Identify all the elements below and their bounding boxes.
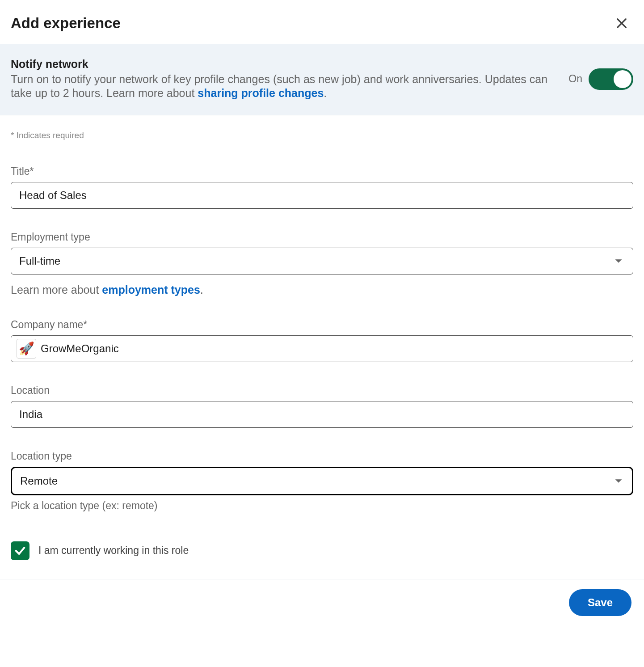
save-button[interactable]: Save	[569, 589, 631, 616]
notify-heading: Notify network	[11, 58, 551, 71]
modal-body: * Indicates required Title* Employment t…	[0, 115, 644, 579]
toggle-state-label: On	[568, 73, 582, 85]
modal-title: Add experience	[11, 15, 121, 32]
notify-toggle-container: On	[568, 68, 633, 90]
toggle-knob	[614, 70, 631, 88]
sharing-profile-changes-link[interactable]: sharing profile changes	[198, 87, 324, 99]
title-input[interactable]	[11, 182, 633, 209]
notify-text: Notify network Turn on to notify your ne…	[11, 58, 568, 101]
close-button[interactable]	[612, 13, 631, 33]
company-name-input-wrap[interactable]: 🚀	[11, 335, 633, 362]
currently-working-row: I am currently working in this role	[11, 541, 633, 560]
location-type-hint: Pick a location type (ex: remote)	[11, 500, 633, 512]
modal-footer: Save	[0, 579, 644, 626]
company-name-input[interactable]	[41, 342, 627, 355]
location-field-group: Location	[11, 384, 633, 428]
location-type-select[interactable]: Remote	[11, 467, 633, 495]
check-icon	[14, 545, 26, 557]
location-input[interactable]	[11, 401, 633, 428]
company-name-field-group: Company name* 🚀	[11, 319, 633, 362]
employment-types-link[interactable]: employment types	[102, 283, 200, 296]
employment-type-select[interactable]: Full-time	[11, 248, 633, 274]
modal-header: Add experience	[0, 0, 644, 44]
rocket-icon: 🚀	[19, 341, 34, 356]
title-field-group: Title*	[11, 165, 633, 209]
employment-type-label: Employment type	[11, 231, 633, 243]
add-experience-modal: Add experience Notify network Turn on to…	[0, 0, 644, 626]
location-type-field-group: Location type Remote Pick a location typ…	[11, 450, 633, 512]
title-label: Title*	[11, 165, 633, 177]
employment-type-field-group: Employment type Full-time Learn more abo…	[11, 231, 633, 296]
notify-description: Turn on to notify your network of key pr…	[11, 72, 551, 101]
notify-network-toggle[interactable]	[589, 68, 633, 90]
currently-working-checkbox[interactable]	[11, 541, 29, 560]
location-type-label: Location type	[11, 450, 633, 462]
employment-type-help: Learn more about employment types.	[11, 283, 633, 296]
company-logo: 🚀	[17, 339, 36, 359]
close-icon	[615, 16, 629, 30]
notify-network-banner: Notify network Turn on to notify your ne…	[0, 44, 644, 115]
required-indicator-note: * Indicates required	[11, 131, 633, 140]
location-label: Location	[11, 384, 633, 397]
currently-working-label: I am currently working in this role	[38, 545, 189, 557]
company-name-label: Company name*	[11, 319, 633, 331]
